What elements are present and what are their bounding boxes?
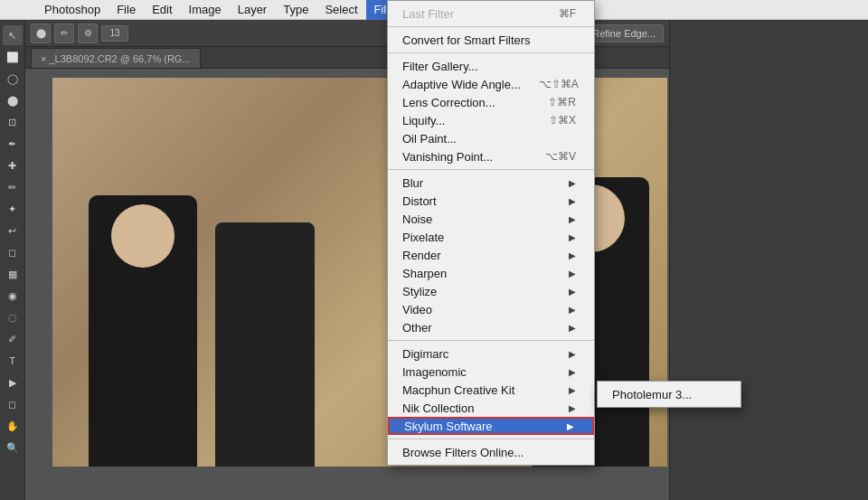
filter-render[interactable]: Render ▶	[388, 246, 594, 264]
figure-left	[89, 195, 197, 467]
filter-pixelate[interactable]: Pixelate ▶	[388, 228, 594, 246]
filter-dropdown-menu: Last Filter ⌘F Convert for Smart Filters…	[387, 0, 595, 466]
quick-select-tool[interactable]: ⬤	[3, 90, 23, 110]
eyedropper-tool[interactable]: ✒	[3, 134, 23, 154]
path-selection-tool[interactable]: ▶	[3, 373, 23, 392]
filter-liquify[interactable]: Liquify... ⇧⌘X	[388, 111, 594, 129]
filter-sharpen[interactable]: Sharpen ▶	[388, 264, 594, 282]
zoom-tool[interactable]: 🔍	[3, 438, 23, 458]
menu-photoshop[interactable]: Photoshop	[36, 0, 108, 20]
photolemur-item[interactable]: Photolemur 3...	[598, 385, 741, 403]
menu-layer[interactable]: Layer	[230, 0, 276, 20]
sharpen-submenu-arrow: ▶	[569, 269, 576, 278]
filter-lens-correction[interactable]: Lens Correction... ⇧⌘R	[388, 93, 594, 111]
brush-size-indicator: 13	[101, 25, 128, 42]
gradient-tool[interactable]: ▦	[3, 264, 23, 284]
hand-tool[interactable]: ✋	[3, 416, 23, 436]
document-tab[interactable]: × _L3B8092.CR2 @ 66,7% (RG...	[31, 48, 201, 68]
menu-type[interactable]: Type	[275, 0, 316, 20]
clone-tool[interactable]: ✦	[3, 199, 23, 219]
filter-last-filter[interactable]: Last Filter ⌘F	[388, 5, 594, 23]
right-panel	[669, 20, 868, 500]
figure-center	[215, 222, 315, 467]
filter-imagenomic[interactable]: Imagenomic ▶	[388, 363, 594, 381]
imagenomic-submenu-arrow: ▶	[569, 367, 576, 377]
stylize-submenu-arrow: ▶	[569, 287, 576, 297]
brush-tool-btn[interactable]: ✏	[54, 24, 74, 43]
digimarc-submenu-arrow: ▶	[569, 349, 576, 359]
menu-edit[interactable]: Edit	[144, 0, 180, 20]
eraser-tool[interactable]: ◻	[3, 242, 23, 262]
filter-distort[interactable]: Distort ▶	[388, 192, 594, 210]
move-tool[interactable]: ↖	[3, 25, 23, 45]
divider-3	[388, 169, 594, 170]
filter-other[interactable]: Other ▶	[388, 318, 594, 336]
filter-convert-smart[interactable]: Convert for Smart Filters	[388, 31, 594, 49]
history-brush-tool[interactable]: ↩	[3, 221, 23, 241]
divider-2	[388, 52, 594, 53]
filter-nik-collection[interactable]: Nik Collection ▶	[388, 399, 594, 417]
left-toolbar: ↖ ⬜ ◯ ⬤ ⊡ ✒ ✚ ✏ ✦ ↩ ◻ ▦ ◉ ◌ ✐ T ▶ ◻ ✋ 🔍	[0, 20, 25, 500]
marquee-tool[interactable]: ⬜	[3, 47, 23, 67]
skylum-submenu-arrow: ▶	[567, 421, 574, 431]
divider-5	[388, 439, 594, 439]
type-tool[interactable]: T	[3, 351, 23, 371]
filter-adaptive-wide[interactable]: Adaptive Wide Angle... ⌥⇧⌘A	[388, 75, 594, 93]
dodge-tool[interactable]: ◌	[3, 307, 23, 327]
filter-oil-paint[interactable]: Oil Paint...	[388, 129, 594, 147]
options-right: Refine Edge...	[584, 24, 664, 42]
macphun-submenu-arrow: ▶	[569, 385, 576, 395]
brush-tool[interactable]: ✏	[3, 177, 23, 197]
skylum-submenu: Photolemur 3...	[597, 381, 741, 408]
divider-4	[388, 340, 594, 341]
blur-tool[interactable]: ◉	[3, 286, 23, 306]
filter-noise[interactable]: Noise ▶	[388, 210, 594, 228]
shape-tool[interactable]: ◻	[3, 394, 23, 414]
nik-submenu-arrow: ▶	[569, 403, 576, 413]
divider-1	[388, 26, 594, 27]
blur-submenu-arrow: ▶	[569, 178, 576, 188]
menu-select[interactable]: Select	[316, 0, 365, 20]
brush-preset-btn[interactable]: ⬤	[31, 24, 51, 43]
brush-settings-btn[interactable]: ⚙	[78, 24, 98, 43]
other-submenu-arrow: ▶	[569, 323, 576, 333]
healing-tool[interactable]: ✚	[3, 156, 23, 175]
pen-tool[interactable]: ✐	[3, 329, 23, 349]
distort-submenu-arrow: ▶	[569, 196, 576, 206]
video-submenu-arrow: ▶	[569, 305, 576, 315]
pixelate-submenu-arrow: ▶	[569, 232, 576, 242]
crop-tool[interactable]: ⊡	[3, 112, 23, 132]
filter-gallery[interactable]: Filter Gallery...	[388, 57, 594, 75]
filter-vanishing-point[interactable]: Vanishing Point... ⌥⌘V	[388, 147, 594, 165]
filter-browse-online[interactable]: Browse Filters Online...	[388, 443, 594, 461]
refine-edge-button[interactable]: Refine Edge...	[584, 24, 664, 42]
menu-image[interactable]: Image	[181, 0, 230, 20]
filter-video[interactable]: Video ▶	[388, 300, 594, 318]
filter-stylize[interactable]: Stylize ▶	[388, 282, 594, 300]
filter-digimarc[interactable]: Digimarc ▶	[388, 344, 594, 363]
noise-submenu-arrow: ▶	[569, 214, 576, 224]
menu-file[interactable]: File	[108, 0, 144, 20]
lasso-tool[interactable]: ◯	[3, 69, 23, 89]
filter-macphun[interactable]: Macphun Creative Kit ▶	[388, 381, 594, 399]
render-submenu-arrow: ▶	[569, 250, 576, 260]
filter-skylum-software[interactable]: Skylum Software ▶	[388, 417, 594, 435]
filter-blur[interactable]: Blur ▶	[388, 174, 594, 192]
